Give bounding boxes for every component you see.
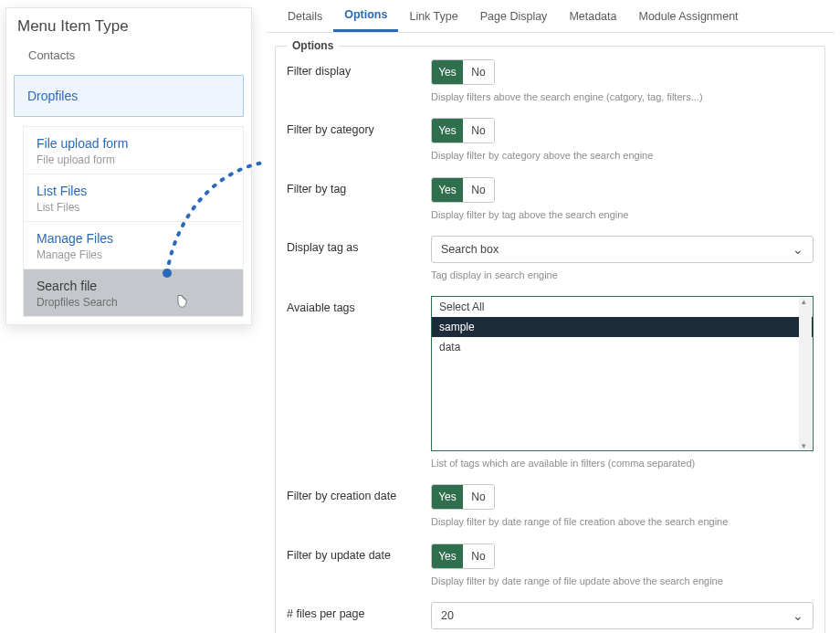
- menu-item-title: Search file: [37, 279, 230, 293]
- tab-page-display[interactable]: Page Display: [469, 0, 559, 32]
- tab-module-assignment[interactable]: Module Assignment: [628, 0, 750, 32]
- hint-available-tags: List of tags which are available in filt…: [431, 457, 814, 469]
- options-fieldset: Options Filter display Yes No Display fi…: [275, 46, 825, 633]
- hint-display-tag-as: Tag display in search engine: [431, 269, 814, 281]
- select-files-per-page[interactable]: 20 ⌄: [431, 602, 814, 629]
- label-display-tag-as: Display tag as: [287, 236, 431, 254]
- toggle-filter-category[interactable]: Yes No: [431, 118, 495, 143]
- tag-option-data[interactable]: data: [432, 337, 813, 357]
- tab-options[interactable]: Options: [333, 0, 398, 32]
- menu-item-list: File upload form File upload form List F…: [23, 126, 244, 317]
- chevron-down-icon: ⌄: [793, 608, 803, 623]
- toggle-no[interactable]: No: [463, 544, 494, 568]
- row-available-tags: Avaiable tags Select All sample data Lis…: [287, 296, 814, 469]
- menu-category-contacts[interactable]: Contacts: [6, 43, 251, 69]
- menu-item-manage-files[interactable]: Manage Files Manage Files: [24, 222, 243, 269]
- menu-item-title: File upload form: [37, 136, 230, 151]
- row-filter-update: Filter by update date Yes No Display fil…: [287, 543, 814, 587]
- select-display-tag-as[interactable]: Search box ⌄: [431, 236, 814, 263]
- toggle-filter-update[interactable]: Yes No: [431, 543, 495, 569]
- toggle-yes[interactable]: Yes: [432, 544, 463, 568]
- row-filter-display: Filter display Yes No Display filters ab…: [287, 59, 814, 103]
- menu-item-title: Manage Files: [37, 231, 230, 246]
- toggle-no[interactable]: No: [463, 178, 494, 202]
- hint-filter-category: Display filter by category above the sea…: [431, 149, 814, 162]
- row-display-tag-as: Display tag as Search box ⌄ Tag display …: [287, 236, 814, 281]
- toggle-no[interactable]: No: [463, 485, 494, 509]
- tab-metadata[interactable]: Metadata: [558, 0, 627, 32]
- toggle-yes[interactable]: Yes: [432, 60, 463, 84]
- menu-item-desc: List Files: [37, 201, 230, 214]
- hint-filter-creation: Display filter by date range of file cre…: [431, 515, 814, 528]
- tab-details[interactable]: Details: [277, 0, 333, 32]
- toggle-no[interactable]: No: [463, 60, 494, 84]
- menu-item-desc: Dropfiles Search: [37, 296, 230, 309]
- tag-option-select-all[interactable]: Select All: [432, 297, 813, 317]
- row-filter-creation: Filter by creation date Yes No Display f…: [287, 484, 814, 528]
- toggle-filter-tag[interactable]: Yes No: [431, 177, 495, 203]
- menu-item-title: List Files: [37, 184, 230, 198]
- select-value: 20: [441, 609, 454, 622]
- hint-filter-display: Display filters above the search engine …: [431, 90, 814, 103]
- menu-item-type-panel: Menu Item Type Contacts Dropfiles File u…: [5, 7, 252, 325]
- row-filter-category: Filter by category Yes No Display filter…: [287, 118, 814, 162]
- menu-item-desc: Manage Files: [37, 248, 230, 261]
- hint-filter-update: Display filter by date range of file upd…: [431, 575, 814, 587]
- fieldset-legend: Options: [287, 39, 339, 52]
- tag-option-sample[interactable]: sample: [432, 317, 813, 337]
- label-filter-creation: Filter by creation date: [287, 484, 431, 502]
- menu-item-desc: File upload form: [37, 153, 230, 166]
- hint-filter-tag: Display filter by tag above the search e…: [431, 208, 814, 221]
- tabs: Details Options Link Type Page Display M…: [266, 0, 835, 33]
- menu-item-search-file[interactable]: Search file Dropfiles Search: [24, 269, 243, 316]
- label-filter-category: Filter by category: [287, 118, 431, 136]
- toggle-yes[interactable]: Yes: [432, 178, 463, 202]
- row-filter-tag: Filter by tag Yes No Display filter by t…: [287, 177, 814, 221]
- label-files-per-page: # files per page: [287, 602, 431, 620]
- scrollbar[interactable]: [799, 298, 812, 449]
- panel-title: Menu Item Type: [6, 8, 251, 43]
- menu-item-list-files[interactable]: List Files List Files: [24, 174, 243, 222]
- toggle-yes[interactable]: Yes: [432, 119, 463, 142]
- label-filter-display: Filter display: [287, 59, 431, 78]
- tab-link-type[interactable]: Link Type: [398, 0, 468, 32]
- chevron-down-icon: ⌄: [793, 242, 803, 257]
- toggle-yes[interactable]: Yes: [432, 485, 463, 509]
- options-panel: Details Options Link Type Page Display M…: [266, 0, 835, 633]
- menu-item-file-upload-form[interactable]: File upload form File upload form: [24, 127, 243, 174]
- toggle-filter-display[interactable]: Yes No: [431, 59, 495, 85]
- menu-group-dropfiles[interactable]: Dropfiles: [14, 75, 244, 117]
- label-available-tags: Avaiable tags: [287, 296, 431, 314]
- toggle-no[interactable]: No: [463, 119, 494, 142]
- label-filter-update: Filter by update date: [287, 543, 431, 562]
- label-filter-tag: Filter by tag: [287, 177, 431, 195]
- row-files-per-page: # files per page 20 ⌄ Number of files pe…: [287, 602, 814, 633]
- toggle-filter-creation[interactable]: Yes No: [431, 484, 495, 510]
- listbox-available-tags[interactable]: Select All sample data: [431, 296, 814, 451]
- select-value: Search box: [441, 243, 499, 256]
